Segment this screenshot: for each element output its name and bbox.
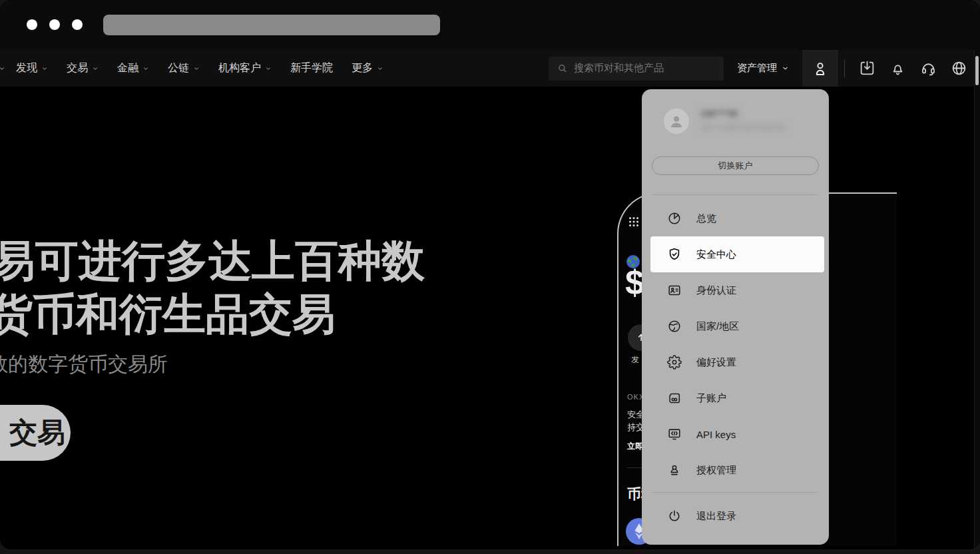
nav-item-discover[interactable]: 发现 (7, 61, 57, 75)
nav-item-chain[interactable]: 公链 (158, 61, 209, 75)
menu-item-country-region[interactable]: 国家/地区 (642, 308, 829, 344)
page-scrollbar[interactable] (974, 50, 980, 549)
person-icon (812, 60, 829, 77)
menu-item-label: 总览 (696, 212, 716, 225)
address-bar[interactable] (103, 15, 440, 35)
notifications-button[interactable] (882, 50, 913, 87)
main-nav: 发现 交易 金融 公链 机构客户 新手学院 更 (0, 50, 974, 87)
clipped-chevron-down-icon (0, 65, 7, 72)
gear-icon (667, 355, 682, 370)
nav-item-label: 机构客户 (218, 61, 261, 75)
nav-item-label: 金融 (117, 61, 138, 75)
trade-cta-label: 交易 (9, 414, 65, 451)
menu-item-api-keys[interactable]: API keys (642, 416, 829, 452)
assets-menu-label: 资产管理 (737, 62, 777, 75)
menu-item-label: 安全中心 (696, 248, 736, 261)
nav-right-group: 搜索币对和其他产品 资产管理 (549, 50, 974, 87)
support-button[interactable] (913, 50, 943, 87)
api-code-icon (667, 427, 682, 441)
shield-check-icon (667, 247, 682, 262)
search-icon (557, 63, 568, 74)
window-control-dot[interactable] (72, 19, 83, 30)
language-button[interactable] (943, 50, 974, 87)
chevron-down-icon (142, 65, 149, 72)
stamp-icon (667, 463, 682, 477)
globe-icon (951, 60, 967, 77)
trade-cta-button[interactable]: 交易 (0, 405, 71, 461)
username-masked: 186****95 (700, 109, 738, 119)
menu-item-logout[interactable]: 退出登录 (642, 498, 829, 534)
nav-item-more[interactable]: 更多 (342, 61, 393, 75)
headset-icon (920, 60, 937, 77)
nav-item-label: 更多 (352, 61, 373, 75)
menu-item-authorization[interactable]: 授权管理 (642, 452, 829, 488)
wallet-link-icon (667, 391, 682, 406)
nav-item-finance[interactable]: 金融 (108, 61, 158, 75)
account-menu: 186****95 UID: 318675457798754 切换账户 总览 安… (642, 89, 829, 545)
menu-item-label: API keys (696, 429, 736, 440)
window-control-dot[interactable] (49, 19, 60, 30)
menu-item-overview[interactable]: 总览 (642, 200, 829, 236)
apps-grid-icon[interactable] (628, 216, 639, 227)
power-icon (667, 509, 682, 523)
person-icon (668, 113, 685, 130)
globe-region-icon (667, 319, 682, 334)
menu-item-security-center[interactable]: 安全中心 (650, 236, 824, 272)
menu-item-label: 国家/地区 (696, 320, 739, 333)
id-card-icon (667, 283, 682, 298)
phone-cta-link[interactable]: 立即 (627, 441, 643, 452)
nav-item-trade[interactable]: 交易 (57, 61, 108, 75)
page-title-line1: 易可进行多达上百种数 (0, 232, 425, 290)
browser-chrome (0, 0, 980, 50)
menu-divider (652, 194, 819, 195)
nav-divider (844, 60, 845, 77)
switch-account-button[interactable]: 切换账户 (652, 156, 819, 175)
account-menu-list: 总览 安全中心 身份认证 国家/地区 (642, 200, 829, 488)
menu-item-subaccounts[interactable]: 子账户 (642, 380, 829, 416)
uid-masked: UID: 318675457798754 (700, 123, 785, 133)
menu-item-label: 子账户 (696, 392, 726, 405)
menu-item-label: 授权管理 (696, 464, 736, 477)
menu-divider (652, 492, 819, 493)
bell-icon (889, 60, 906, 77)
chevron-down-icon (377, 65, 383, 72)
pie-chart-icon (667, 211, 682, 226)
browser-window: 发现 交易 金融 公链 机构客户 新手学院 更 (0, 0, 980, 549)
menu-item-preferences[interactable]: 偏好设置 (642, 344, 829, 380)
nav-item-label: 交易 (67, 61, 88, 75)
search-placeholder: 搜索币对和其他产品 (574, 62, 664, 75)
search-box[interactable]: 搜索币对和其他产品 (549, 57, 724, 81)
menu-item-label: 偏好设置 (696, 356, 736, 369)
chevron-down-icon (92, 65, 99, 72)
page-title-line2: 货币和衍生品交易 (0, 285, 336, 344)
switch-account-label: 切换账户 (718, 160, 753, 172)
nav-item-label: 公链 (168, 61, 189, 75)
nav-item-institutional[interactable]: 机构客户 (209, 61, 281, 75)
download-icon (859, 60, 875, 77)
nav-item-academy[interactable]: 新手学院 (281, 61, 342, 75)
send-label: 发 (631, 354, 639, 366)
download-app-button[interactable] (852, 50, 882, 87)
nav-left-group: 发现 交易 金融 公链 机构客户 新手学院 更 (0, 61, 393, 75)
scrollbar-thumb[interactable] (975, 56, 979, 85)
nav-item-label: 新手学院 (290, 61, 333, 75)
menu-item-identity-verification[interactable]: 身份认证 (642, 272, 829, 308)
chevron-down-icon (193, 65, 200, 72)
menu-item-label: 身份认证 (696, 284, 736, 297)
window-controls (27, 19, 83, 30)
nav-item-label: 发现 (16, 61, 37, 75)
chevron-down-icon (782, 65, 789, 72)
chevron-down-icon (41, 65, 48, 72)
menu-item-label: 退出登录 (696, 510, 736, 523)
window-control-dot[interactable] (27, 19, 37, 30)
chevron-down-icon (265, 65, 272, 72)
assets-menu[interactable]: 资产管理 (724, 62, 802, 75)
logout-section: 退出登录 (642, 498, 829, 534)
page-subtitle: 数的数字货币交易所 (0, 351, 168, 378)
profile-button[interactable] (802, 50, 838, 87)
avatar (664, 109, 689, 134)
